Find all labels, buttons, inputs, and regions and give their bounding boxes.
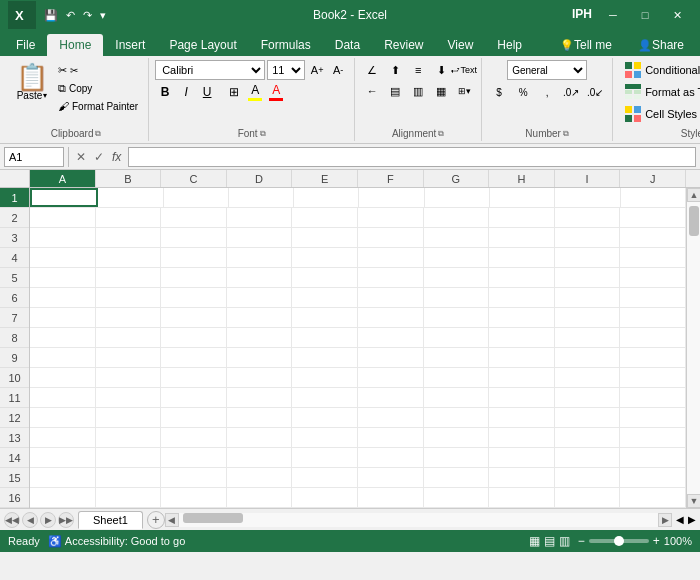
cell-A5[interactable] [30, 268, 96, 287]
number-expand-icon[interactable]: ⧉ [563, 129, 569, 139]
cell-G4[interactable] [424, 248, 490, 267]
cell-C4[interactable] [161, 248, 227, 267]
cell-E5[interactable] [292, 268, 358, 287]
sheet-last-button[interactable]: ▶▶ [58, 512, 74, 528]
cell-F3[interactable] [358, 228, 424, 247]
cell-I8[interactable] [555, 328, 621, 347]
cell-B16[interactable] [96, 488, 162, 507]
tab-data[interactable]: Data [323, 34, 372, 56]
cell-reference-box[interactable]: A1 [4, 147, 64, 167]
cell-I2[interactable] [555, 208, 621, 227]
cell-H2[interactable] [489, 208, 555, 227]
cell-G14[interactable] [424, 448, 490, 467]
cell-D5[interactable] [227, 268, 293, 287]
cell-A11[interactable] [30, 388, 96, 407]
cell-C16[interactable] [161, 488, 227, 507]
tab-home[interactable]: Home [47, 34, 103, 56]
fill-color-button[interactable]: A [245, 82, 265, 102]
tab-file[interactable]: File [4, 34, 47, 56]
cell-C5[interactable] [161, 268, 227, 287]
cell-D3[interactable] [227, 228, 293, 247]
cell-I15[interactable] [555, 468, 621, 487]
cell-F15[interactable] [358, 468, 424, 487]
cell-C13[interactable] [161, 428, 227, 447]
cell-C2[interactable] [161, 208, 227, 227]
row-number-16[interactable]: 16 [0, 488, 29, 508]
cell-F8[interactable] [358, 328, 424, 347]
format-as-table-button[interactable]: Format as Table ▾ [619, 82, 700, 102]
scroll-thumb-v[interactable] [689, 206, 699, 236]
nav-right-icon[interactable]: ▶ [688, 514, 696, 525]
cell-H8[interactable] [489, 328, 555, 347]
cell-B15[interactable] [96, 468, 162, 487]
cell-A2[interactable] [30, 208, 96, 227]
zoom-in-button[interactable]: + [653, 534, 660, 548]
cell-H3[interactable] [489, 228, 555, 247]
row-number-14[interactable]: 14 [0, 448, 29, 468]
alignment-expand-icon[interactable]: ⧉ [438, 129, 444, 139]
row-number-15[interactable]: 15 [0, 468, 29, 488]
zoom-slider[interactable] [589, 539, 649, 543]
cell-I1[interactable] [555, 188, 620, 207]
cell-H16[interactable] [489, 488, 555, 507]
cell-C14[interactable] [161, 448, 227, 467]
cell-I11[interactable] [555, 388, 621, 407]
font-expand-icon[interactable]: ⧉ [260, 129, 266, 139]
save-button[interactable]: 💾 [42, 7, 60, 24]
minimize-button[interactable]: ─ [598, 0, 628, 30]
cell-J9[interactable] [620, 348, 686, 367]
percent-button[interactable]: % [512, 82, 534, 102]
col-header-G[interactable]: G [424, 170, 490, 187]
cell-E3[interactable] [292, 228, 358, 247]
cell-H11[interactable] [489, 388, 555, 407]
decrease-font-size-button[interactable]: A- [328, 60, 348, 80]
cell-A8[interactable] [30, 328, 96, 347]
cell-E13[interactable] [292, 428, 358, 447]
cell-A14[interactable] [30, 448, 96, 467]
cell-B8[interactable] [96, 328, 162, 347]
row-number-6[interactable]: 6 [0, 288, 29, 308]
cell-I5[interactable] [555, 268, 621, 287]
cell-D7[interactable] [227, 308, 293, 327]
cell-styles-button[interactable]: Cell Styles ▾ [619, 104, 700, 124]
cell-J8[interactable] [620, 328, 686, 347]
cell-H14[interactable] [489, 448, 555, 467]
cell-E1[interactable] [294, 188, 359, 207]
row-number-13[interactable]: 13 [0, 428, 29, 448]
cell-D10[interactable] [227, 368, 293, 387]
cell-A13[interactable] [30, 428, 96, 447]
cell-D9[interactable] [227, 348, 293, 367]
cell-D15[interactable] [227, 468, 293, 487]
share-button[interactable]: 👤 Share [626, 34, 696, 56]
tab-formulas[interactable]: Formulas [249, 34, 323, 56]
close-button[interactable]: ✕ [662, 0, 692, 30]
cell-E6[interactable] [292, 288, 358, 307]
cell-J15[interactable] [620, 468, 686, 487]
cell-D12[interactable] [227, 408, 293, 427]
col-header-A[interactable]: A [30, 170, 96, 187]
bold-button[interactable]: B [155, 82, 175, 102]
increase-decimal-button[interactable]: .0↗ [560, 82, 582, 102]
row-number-11[interactable]: 11 [0, 388, 29, 408]
cell-E8[interactable] [292, 328, 358, 347]
cell-F14[interactable] [358, 448, 424, 467]
maximize-button[interactable]: □ [630, 0, 660, 30]
copy-button[interactable]: ⧉ Copy [54, 80, 142, 97]
cell-B11[interactable] [96, 388, 162, 407]
font-name-select[interactable]: Calibri [155, 60, 265, 80]
cell-C15[interactable] [161, 468, 227, 487]
cell-F9[interactable] [358, 348, 424, 367]
cell-J12[interactable] [620, 408, 686, 427]
cell-B6[interactable] [96, 288, 162, 307]
cell-J10[interactable] [620, 368, 686, 387]
cell-B9[interactable] [96, 348, 162, 367]
cell-J1[interactable] [621, 188, 686, 207]
cell-E16[interactable] [292, 488, 358, 507]
top-align-button[interactable]: ⬆ [384, 60, 406, 80]
center-align-button[interactable]: ▥ [407, 81, 429, 101]
cell-F5[interactable] [358, 268, 424, 287]
cell-D13[interactable] [227, 428, 293, 447]
format-painter-button[interactable]: 🖌 Format Painter [54, 98, 142, 114]
cell-C3[interactable] [161, 228, 227, 247]
scroll-left-button[interactable]: ◀ [165, 513, 179, 527]
